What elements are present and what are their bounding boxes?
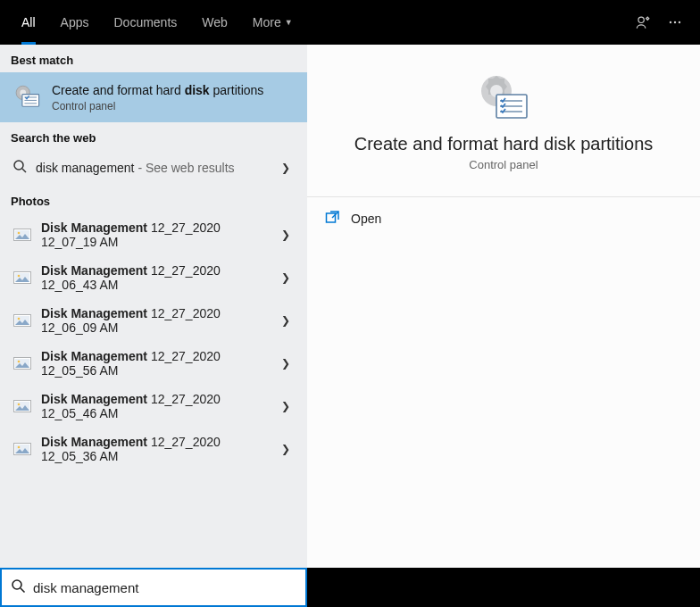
- tab-apps[interactable]: Apps: [48, 0, 102, 45]
- svg-line-11: [22, 169, 26, 172]
- image-icon: [12, 442, 32, 456]
- image-icon: [12, 270, 32, 285]
- svg-point-0: [638, 17, 643, 22]
- chevron-right-icon: ❯: [277, 229, 295, 241]
- tab-more-label: More: [253, 15, 281, 29]
- chevron-down-icon: ▼: [285, 18, 293, 27]
- svg-point-10: [14, 161, 23, 170]
- svg-point-1: [670, 21, 671, 23]
- photo-result[interactable]: Disk Management 12_27_2020 12_06_09 AM ❯: [0, 299, 307, 342]
- svg-point-20: [18, 318, 21, 320]
- photo-time: 12_05_36 AM: [41, 449, 268, 463]
- svg-rect-36: [327, 213, 336, 222]
- section-photos: Photos: [0, 186, 307, 213]
- svg-point-37: [12, 580, 21, 589]
- svg-point-23: [18, 361, 21, 363]
- feedback-icon[interactable]: [627, 6, 659, 38]
- svg-point-2: [674, 21, 676, 23]
- image-icon: [12, 399, 32, 413]
- image-icon: [12, 356, 32, 370]
- photo-title: Disk Management 12_27_2020: [41, 392, 268, 406]
- photo-result[interactable]: Disk Management 12_27_2020 12_05_46 AM ❯: [0, 385, 307, 428]
- search-icon: [11, 578, 26, 597]
- search-icon: [12, 159, 27, 177]
- tab-bar: All Apps Documents Web More▼: [0, 0, 700, 45]
- detail-panel: Create and format hard disk partitions C…: [307, 45, 700, 568]
- open-icon: [325, 210, 340, 228]
- section-best-match: Best match: [0, 45, 307, 72]
- photo-title: Disk Management 12_27_2020: [41, 263, 268, 278]
- photo-time: 12_06_09 AM: [41, 320, 268, 335]
- svg-point-29: [18, 446, 21, 449]
- photo-result[interactable]: Disk Management 12_27_2020 12_07_19 AM ❯: [0, 213, 307, 256]
- svg-point-14: [18, 232, 21, 235]
- chevron-right-icon: ❯: [277, 162, 295, 174]
- results-panel: Best match Create and format hard disk p…: [0, 45, 307, 568]
- photo-result[interactable]: Disk Management 12_27_2020 12_05_36 AM ❯: [0, 428, 307, 470]
- detail-title: Create and format hard disk partitions: [325, 134, 682, 154]
- detail-subtitle: Control panel: [325, 158, 682, 171]
- photo-title: Disk Management 12_27_2020: [41, 349, 268, 363]
- photo-title: Disk Management 12_27_2020: [41, 306, 268, 320]
- section-search-web: Search the web: [0, 122, 307, 150]
- more-options-icon[interactable]: [659, 6, 691, 38]
- svg-point-3: [679, 21, 680, 23]
- web-result-text: disk management - See web results: [36, 161, 268, 175]
- open-label: Open: [351, 212, 381, 226]
- chevron-right-icon: ❯: [277, 271, 295, 284]
- photo-time: 12_05_56 AM: [41, 363, 268, 378]
- chevron-right-icon: ❯: [277, 443, 295, 455]
- image-icon: [12, 313, 32, 328]
- svg-point-26: [18, 403, 21, 406]
- search-box[interactable]: [0, 568, 307, 607]
- search-bar: [0, 568, 700, 607]
- photo-title: Disk Management 12_27_2020: [41, 435, 268, 449]
- open-action[interactable]: Open: [307, 197, 700, 240]
- chevron-right-icon: ❯: [277, 357, 295, 370]
- tab-documents[interactable]: Documents: [101, 0, 189, 45]
- control-panel-icon: [11, 81, 43, 113]
- web-result[interactable]: disk management - See web results ❯: [0, 150, 307, 186]
- search-input[interactable]: [33, 580, 296, 595]
- chevron-right-icon: ❯: [277, 314, 295, 327]
- best-match-subtitle: Control panel: [52, 100, 263, 112]
- svg-line-38: [21, 588, 25, 593]
- photo-result[interactable]: Disk Management 12_27_2020 12_05_56 AM ❯: [0, 342, 307, 385]
- svg-point-17: [18, 275, 21, 278]
- tab-more[interactable]: More▼: [240, 0, 305, 45]
- tab-all[interactable]: All: [9, 0, 48, 45]
- photo-title: Disk Management 12_27_2020: [41, 220, 268, 235]
- photo-time: 12_07_19 AM: [41, 235, 268, 249]
- chevron-right-icon: ❯: [277, 400, 295, 412]
- image-icon: [12, 228, 32, 242]
- best-match-title: Create and format hard disk partitions: [52, 82, 263, 98]
- tab-web[interactable]: Web: [189, 0, 240, 45]
- detail-icon: [472, 71, 535, 125]
- photo-time: 12_05_46 AM: [41, 406, 268, 420]
- photo-time: 12_06_43 AM: [41, 278, 268, 292]
- photo-result[interactable]: Disk Management 12_27_2020 12_06_43 AM ❯: [0, 256, 307, 299]
- best-match-result[interactable]: Create and format hard disk partitions C…: [0, 72, 307, 122]
